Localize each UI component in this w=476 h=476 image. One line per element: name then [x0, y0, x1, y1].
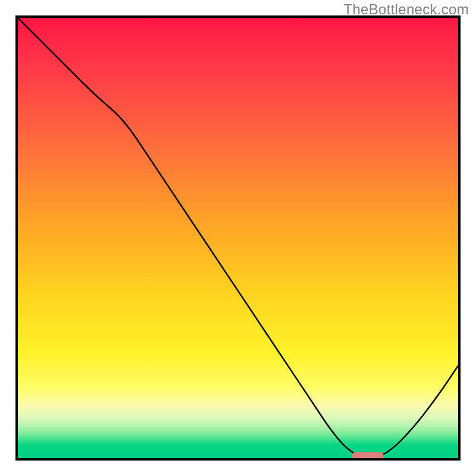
chart-plot-area: [15, 15, 461, 461]
bottleneck-curve-line: [18, 18, 458, 457]
optimal-range-marker: [352, 452, 383, 459]
chart-svg: [18, 18, 458, 458]
